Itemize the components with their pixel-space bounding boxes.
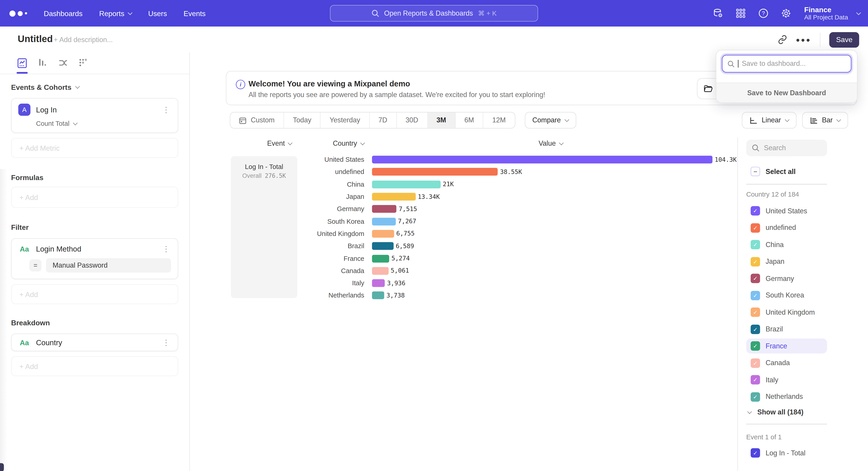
retention-tab[interactable] xyxy=(78,58,89,69)
add-description-field[interactable]: + Add description... xyxy=(54,36,113,44)
breakdown-property-name[interactable]: Country xyxy=(36,338,156,347)
save-button[interactable]: Save xyxy=(829,32,859,48)
country-row-italy[interactable]: ✓Italy xyxy=(746,372,827,387)
country-checkbox-china[interactable]: ✓ xyxy=(751,240,760,249)
kebab-menu-icon[interactable]: ⋮ xyxy=(161,337,171,347)
add-metric-button[interactable]: + Add Metric xyxy=(11,138,178,158)
kebab-menu-icon[interactable]: ⋮ xyxy=(161,244,171,254)
country-checkbox-canada[interactable]: ✓ xyxy=(751,358,760,367)
date-range-3m[interactable]: 3M xyxy=(428,112,456,128)
event-series-checkbox[interactable]: ✓ xyxy=(751,448,760,458)
chart-row-germany[interactable]: Germany7,515 xyxy=(299,203,737,215)
compare-button[interactable]: Compare xyxy=(525,112,577,128)
event-series-row[interactable]: ✓ Log In - Total xyxy=(746,445,827,460)
nav-item-users[interactable]: Users xyxy=(148,9,167,18)
chart-row-france[interactable]: France5,274 xyxy=(299,252,737,265)
project-switcher[interactable]: Finance All Project Data xyxy=(804,5,860,21)
select-all-row[interactable]: − Select all xyxy=(746,164,827,179)
help-button[interactable]: ? xyxy=(757,7,770,20)
country-checkbox-germany[interactable]: ✓ xyxy=(751,274,760,283)
metric-aggregation-selector[interactable]: Count Total xyxy=(36,120,171,127)
filter-operator-chip[interactable]: = xyxy=(29,259,41,271)
country-checkbox-united-states[interactable]: ✓ xyxy=(751,206,760,215)
add-filter-button[interactable]: + Add xyxy=(11,284,178,304)
country-row-united-states[interactable]: ✓United States xyxy=(746,203,827,218)
country-row-france[interactable]: ✓France xyxy=(746,338,827,353)
bar-united-states[interactable] xyxy=(372,156,712,164)
bar-netherlands[interactable] xyxy=(372,292,384,299)
country-row-south-korea[interactable]: ✓South Korea xyxy=(746,288,827,303)
bar-united-kingdom[interactable] xyxy=(372,230,394,238)
date-range-30d[interactable]: 30D xyxy=(397,112,428,128)
add-breakdown-button[interactable]: + Add xyxy=(11,356,178,376)
chart-row-united-states[interactable]: United States104.3K xyxy=(299,153,737,166)
select-all-checkbox[interactable]: − xyxy=(751,167,760,176)
chart-row-canada[interactable]: Canada5,061 xyxy=(299,265,737,277)
bar-brazil[interactable] xyxy=(372,242,394,250)
date-range-7d[interactable]: 7D xyxy=(370,112,397,128)
kebab-menu-icon[interactable]: ⋮ xyxy=(161,105,171,115)
filter-property-name[interactable]: Login Method xyxy=(36,244,156,253)
chart-row-netherlands[interactable]: Netherlands3,738 xyxy=(299,289,737,302)
bar-france[interactable] xyxy=(372,255,389,262)
chart-scale-dropdown[interactable]: Linear xyxy=(742,112,797,128)
bar-canada[interactable] xyxy=(372,267,389,275)
country-row-united-kingdom[interactable]: ✓United Kingdom xyxy=(746,305,827,320)
chart-row-south-korea[interactable]: South Korea7,267 xyxy=(299,215,737,228)
apps-grid-button[interactable] xyxy=(735,7,747,20)
chart-row-japan[interactable]: Japan13.34K xyxy=(299,190,737,203)
insights-tab[interactable] xyxy=(17,58,28,69)
chart-type-dropdown[interactable]: Bar xyxy=(802,112,848,128)
show-all-toggle[interactable]: Show all (184) xyxy=(748,408,804,416)
copy-link-button[interactable] xyxy=(778,35,787,45)
country-checkbox-undefined[interactable]: ✓ xyxy=(751,223,760,233)
event-series-panel[interactable]: Log In - Total Overall 276.5K xyxy=(231,156,297,298)
metric-event-name[interactable]: Log In xyxy=(36,106,156,114)
date-range-yesterday[interactable]: Yesterday xyxy=(321,112,370,128)
bar-china[interactable] xyxy=(372,180,440,188)
date-range-12m[interactable]: 12M xyxy=(484,112,515,128)
country-row-canada[interactable]: ✓Canada xyxy=(746,355,827,370)
filter-value-field[interactable]: Manual Password xyxy=(46,258,171,273)
add-formula-button[interactable]: + Add xyxy=(11,187,178,208)
save-to-dashboard-input[interactable]: Save to dashboard... xyxy=(722,55,851,72)
country-row-japan[interactable]: ✓Japan xyxy=(746,254,827,269)
chart-row-italy[interactable]: Italy3,936 xyxy=(299,277,737,289)
report-title[interactable]: Untitled xyxy=(18,34,53,45)
country-checkbox-united-kingdom[interactable]: ✓ xyxy=(751,307,760,317)
country-row-undefined[interactable]: ✓undefined xyxy=(746,220,827,235)
chart-row-brazil[interactable]: Brazil6,589 xyxy=(299,240,737,253)
chart-row-china[interactable]: China21K xyxy=(299,178,737,191)
country-row-netherlands[interactable]: ✓Netherlands xyxy=(746,389,827,404)
bar-germany[interactable] xyxy=(372,205,397,213)
save-to-new-dashboard-button[interactable]: Save to New Dashboard xyxy=(716,83,857,102)
funnels-tab[interactable] xyxy=(37,58,48,69)
bar-japan[interactable] xyxy=(372,193,416,200)
country-row-germany[interactable]: ✓Germany xyxy=(746,271,827,286)
metric-card[interactable]: A Log In ⋮ Count Total xyxy=(11,98,178,133)
bar-south-korea[interactable] xyxy=(372,217,396,225)
country-checkbox-japan[interactable]: ✓ xyxy=(751,257,760,266)
breakdown-card[interactable]: Aa Country ⋮ xyxy=(11,333,178,351)
country-checkbox-italy[interactable]: ✓ xyxy=(751,375,760,385)
nav-item-reports[interactable]: Reports xyxy=(99,9,131,18)
flows-tab[interactable] xyxy=(58,58,69,69)
settings-gear-button[interactable] xyxy=(780,7,792,20)
date-range-custom[interactable]: Custom xyxy=(230,112,284,128)
date-range-today[interactable]: Today xyxy=(284,112,321,128)
series-search-input[interactable]: Search xyxy=(746,140,827,156)
country-checkbox-brazil[interactable]: ✓ xyxy=(751,324,760,334)
chart-row-united-kingdom[interactable]: United Kingdom6,755 xyxy=(299,228,737,240)
more-options-button[interactable]: ●●● xyxy=(796,36,811,43)
country-checkbox-south-korea[interactable]: ✓ xyxy=(751,291,760,300)
country-row-brazil[interactable]: ✓Brazil xyxy=(746,322,827,336)
bar-undefined[interactable] xyxy=(372,168,498,176)
chart-row-undefined[interactable]: undefined38.55K xyxy=(299,166,737,178)
nav-item-dashboards[interactable]: Dashboards xyxy=(43,9,83,18)
mixpanel-logo[interactable] xyxy=(9,10,27,16)
filter-card[interactable]: Aa Login Method ⋮ = Manual Password xyxy=(11,238,178,279)
country-checkbox-netherlands[interactable]: ✓ xyxy=(751,392,760,402)
nav-item-events[interactable]: Events xyxy=(184,9,206,18)
column-header-value[interactable]: Value xyxy=(372,140,730,147)
date-range-6m[interactable]: 6M xyxy=(456,112,483,128)
